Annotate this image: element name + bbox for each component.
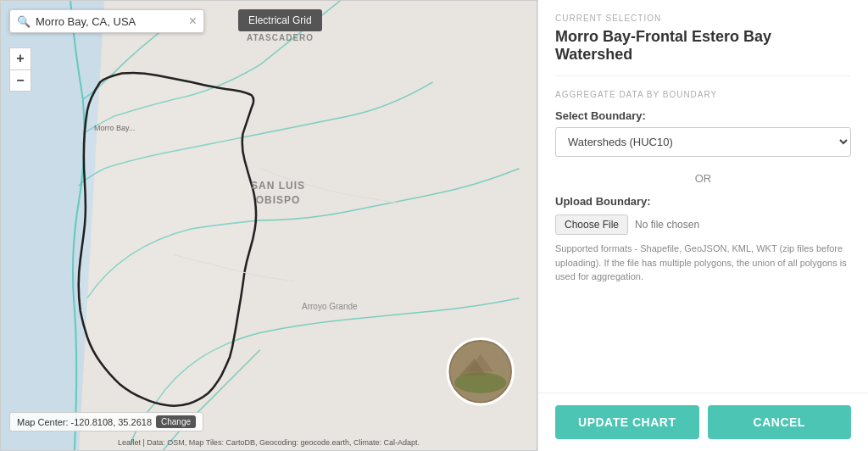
zoom-in-button[interactable]: + (9, 47, 31, 70)
san-luis-obispo-label: SAN LUISOBISPO (251, 179, 305, 208)
upload-boundary-label: Upload Boundary: (555, 195, 851, 208)
zoom-out-button[interactable]: − (9, 70, 31, 92)
update-chart-button[interactable]: UPDATE CHART (555, 405, 699, 439)
current-selection-name: Morro Bay-Frontal Estero Bay Watershed (555, 28, 851, 76)
atascadero-label: ATASCADERO (247, 33, 314, 42)
panel-body: CURRENT SELECTION Morro Bay-Frontal Este… (538, 0, 868, 393)
morro-bay-label: Morro Bay... (94, 124, 135, 132)
map-attribution: Leaflet | Data: OSM, Map Tiles: CartoDB,… (118, 438, 420, 447)
current-selection-label: CURRENT SELECTION (555, 14, 851, 23)
map-svg (1, 1, 537, 450)
map-container[interactable]: 🔍 × Electrical Grid + − ATASCADERO SAN L… (0, 0, 537, 451)
current-selection-section: CURRENT SELECTION Morro Bay-Frontal Este… (555, 14, 851, 76)
arroyo-grande-label: Arroyo Grande (302, 302, 358, 311)
or-divider: OR (555, 172, 851, 185)
panel-footer: UPDATE CHART CANCEL (538, 393, 868, 451)
clear-search-button[interactable]: × (189, 14, 197, 28)
search-input[interactable] (36, 15, 189, 28)
file-upload-row: Choose File No file chosen (555, 214, 851, 235)
electrical-grid-button[interactable]: Electrical Grid (238, 9, 322, 31)
search-icon: 🔍 (17, 15, 31, 28)
aggregate-label: AGGREGATE DATA BY BOUNDARY (555, 90, 851, 99)
choose-file-button[interactable]: Choose File (555, 214, 628, 235)
boundary-select[interactable]: Watersheds (HUC10) Watersheds (HUC8) Cou… (555, 127, 851, 157)
supported-formats-text: Supported formats - Shapefile, GeoJSON, … (555, 242, 851, 284)
zoom-controls: + − (9, 47, 31, 92)
cancel-button[interactable]: CANCEL (708, 405, 852, 439)
map-center-bar: Map Center: -120.8108, 35.2618 Change (9, 412, 203, 432)
map-center-text: Map Center: -120.8108, 35.2618 (17, 417, 152, 427)
no-file-text: No file chosen (635, 219, 699, 231)
change-center-button[interactable]: Change (156, 415, 196, 428)
search-bar[interactable]: 🔍 × (9, 9, 204, 33)
right-panel: CURRENT SELECTION Morro Bay-Frontal Este… (537, 0, 868, 451)
aggregate-section: AGGREGATE DATA BY BOUNDARY Select Bounda… (555, 90, 851, 284)
select-boundary-label: Select Boundary: (555, 109, 851, 122)
